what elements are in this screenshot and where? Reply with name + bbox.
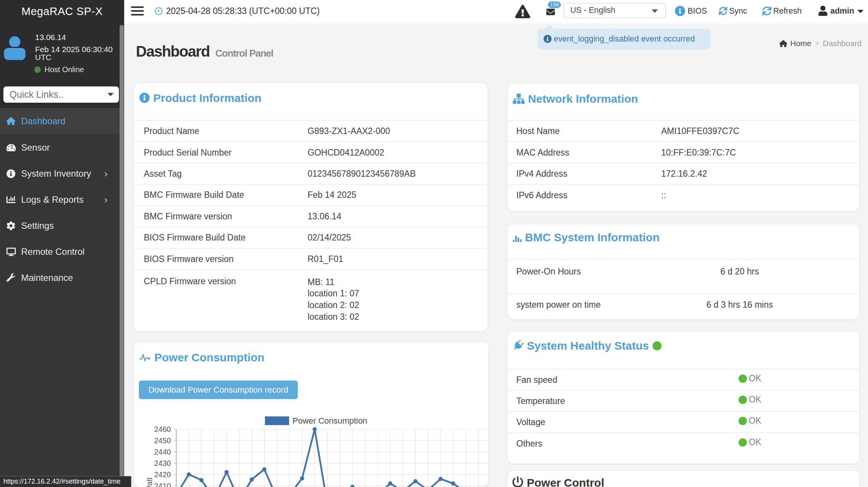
svg-text:2460: 2460 (154, 425, 171, 433)
svg-text:2430: 2430 (154, 459, 171, 467)
svg-text:2440: 2440 (154, 448, 171, 456)
svg-text:2420: 2420 (154, 470, 171, 479)
svg-text:2450: 2450 (154, 436, 171, 445)
svg-text:2410: 2410 (154, 482, 171, 487)
